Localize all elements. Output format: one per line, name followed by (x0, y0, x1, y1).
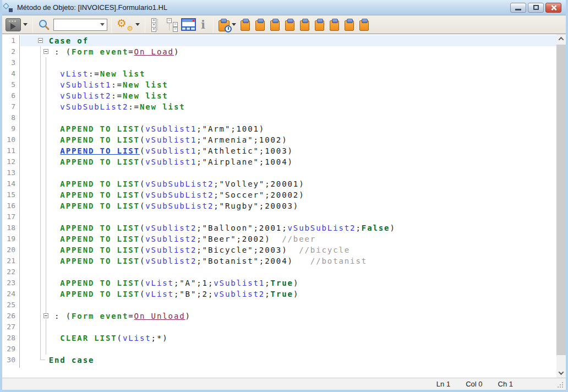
code-area[interactable]: Case of : (Form event=On Load) vList:=Ne… (20, 35, 556, 368)
line-number-1[interactable]: 1 (2, 35, 19, 46)
line-number-21[interactable]: 21 (2, 255, 19, 266)
fold-toggle-icon[interactable] (38, 38, 43, 43)
code-line-11[interactable]: APPEND TO LIST(vSublist1;"Athletic";1003… (20, 145, 556, 156)
chevron-up-icon (559, 37, 564, 42)
line-number-11[interactable]: 11 (2, 145, 19, 156)
line-number-6[interactable]: 6 (2, 90, 19, 101)
fold-toggle-icon[interactable] (43, 313, 48, 318)
code-line-4[interactable]: vList:=New list (20, 68, 556, 79)
line-number-14[interactable]: 14 (2, 178, 19, 189)
minimize-button[interactable] (510, 3, 526, 13)
clipboard-6-button[interactable] (315, 20, 324, 31)
code-line-6[interactable]: vSublist2:=New list (20, 90, 556, 101)
status-column: Col 0 (466, 380, 482, 388)
code-line-20[interactable]: APPEND TO LIST(vSublist2;"Bicycle";2003)… (20, 244, 556, 255)
scroll-down-button[interactable] (556, 368, 566, 378)
maximize-button[interactable] (528, 3, 544, 13)
line-number-28[interactable]: 28 (2, 333, 19, 344)
line-number-8[interactable]: 8 (2, 112, 19, 123)
method-settings-button[interactable] (117, 18, 140, 32)
code-line-10[interactable]: APPEND TO LIST(vSublist1;"Armenia";1002) (20, 134, 556, 145)
window-controls (510, 3, 561, 13)
search-button[interactable] (38, 19, 50, 31)
clipboard-7-button[interactable] (330, 20, 339, 31)
info-button[interactable] (198, 18, 208, 32)
method-icon (3, 3, 13, 13)
code-line-16[interactable]: APPEND TO LIST(vSubSubList2;"Rugby";2000… (20, 200, 556, 211)
code-line-27[interactable] (20, 322, 556, 333)
gutter: 1234567891011121314151617181920212223242… (2, 35, 20, 368)
code-line-3[interactable] (20, 57, 556, 68)
code-line-17[interactable] (20, 211, 556, 222)
form-preview-button[interactable] (181, 18, 196, 31)
code-line-22[interactable] (20, 266, 556, 277)
code-line-23[interactable]: APPEND TO LIST(vList;"A";1;vSublist1;Tru… (20, 277, 556, 288)
magnifier-icon (38, 19, 50, 31)
code-line-21[interactable]: APPEND TO LIST(vSublist2;"Botanist";2004… (20, 255, 556, 266)
code-line-25[interactable] (20, 300, 556, 311)
code-line-1[interactable]: Case of (20, 35, 556, 46)
code-line-9[interactable]: APPEND TO LIST(vSublist1;"Arm";1001) (20, 123, 556, 134)
clipboard-4-button[interactable] (285, 20, 294, 31)
line-number-18[interactable]: 18 (2, 222, 19, 233)
code-line-30[interactable]: End case (20, 355, 556, 366)
vertical-scrollbar[interactable] (556, 34, 566, 378)
line-number-9[interactable]: 9 (2, 123, 19, 134)
close-icon (550, 4, 557, 11)
clipboard-history-button[interactable] (219, 18, 236, 31)
clipboard-5-button[interactable] (300, 20, 309, 31)
code-line-2[interactable]: : (Form event=On Load) (20, 46, 556, 57)
line-number-30[interactable]: 30 (2, 355, 19, 366)
line-number-12[interactable]: 12 (2, 156, 19, 167)
code-line-18[interactable]: APPEND TO LIST(vSublist2;"Balloon";2001;… (20, 222, 556, 233)
run-method-button[interactable] (6, 18, 28, 31)
clipboard-1-button[interactable] (241, 20, 250, 31)
line-number-2[interactable]: 2 (2, 46, 19, 57)
line-number-15[interactable]: 15 (2, 189, 19, 200)
line-number-23[interactable]: 23 (2, 277, 19, 288)
collapse-all-button[interactable]: −−− (166, 18, 179, 32)
code-line-29[interactable] (20, 344, 556, 355)
code-line-24[interactable]: APPEND TO LIST(vList;"B";2;vSublist2;Tru… (20, 288, 556, 300)
clipboard-8-button[interactable] (345, 20, 354, 31)
clipboard-9-button[interactable] (359, 20, 369, 31)
scrollbar-thumb[interactable] (556, 45, 566, 355)
code-line-8[interactable] (20, 112, 556, 123)
line-number-22[interactable]: 22 (2, 266, 19, 277)
expand-all-button[interactable]: +++ (150, 18, 163, 32)
line-number-27[interactable]: 27 (2, 322, 19, 333)
line-number-26[interactable]: 26 (2, 311, 19, 322)
scroll-up-button[interactable] (556, 34, 566, 43)
minimize-icon (515, 9, 521, 10)
line-number-13[interactable]: 13 (2, 167, 19, 178)
line-number-20[interactable]: 20 (2, 244, 19, 255)
line-number-10[interactable]: 10 (2, 134, 19, 145)
code-line-28[interactable]: CLEAR LIST(vList;*) (20, 333, 556, 344)
code-line-5[interactable]: vSublist1:=New list (20, 79, 556, 90)
line-number-3[interactable]: 3 (2, 57, 19, 68)
line-number-7[interactable]: 7 (2, 101, 19, 112)
code-editor[interactable]: 1234567891011121314151617181920212223242… (2, 34, 566, 378)
code-line-26[interactable]: : (Form event=On Unload) (20, 311, 556, 322)
line-number-19[interactable]: 19 (2, 233, 19, 244)
line-number-29[interactable]: 29 (2, 344, 19, 355)
clipboard-3-button[interactable] (270, 20, 280, 31)
resize-grip[interactable] (556, 381, 563, 388)
titlebar[interactable]: Método de Objeto: [INVOICES].Formulario1… (0, 0, 568, 15)
close-button[interactable] (545, 3, 561, 13)
code-line-14[interactable]: APPEND TO LIST(vSubSubList2;"Volley";200… (20, 178, 556, 189)
code-line-19[interactable]: APPEND TO LIST(vSublist2;"Beer";2002) //… (20, 233, 556, 244)
code-line-13[interactable] (20, 167, 556, 178)
code-line-15[interactable]: APPEND TO LIST(vSubSubList2;"Soccer";200… (20, 189, 556, 200)
line-number-25[interactable]: 25 (2, 300, 19, 311)
line-number-4[interactable]: 4 (2, 68, 19, 79)
fold-toggle-icon[interactable] (43, 49, 48, 54)
clipboard-2-button[interactable] (255, 20, 265, 31)
line-number-17[interactable]: 17 (2, 211, 19, 222)
line-number-16[interactable]: 16 (2, 200, 19, 211)
code-line-7[interactable]: vSubSubList2:=New list (20, 101, 556, 112)
line-number-5[interactable]: 5 (2, 79, 19, 90)
search-combo[interactable] (53, 19, 107, 31)
line-number-24[interactable]: 24 (2, 288, 19, 300)
code-line-12[interactable]: APPEND TO LIST(vSublist1;"Airplane";1004… (20, 156, 556, 167)
